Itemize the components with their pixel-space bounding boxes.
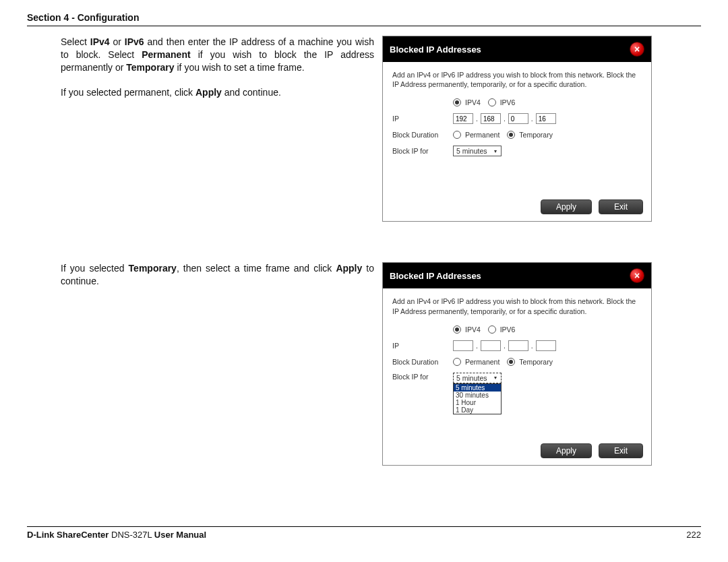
instruction-paragraph-3: If you selected Temporary, then select a… xyxy=(61,262,374,288)
ipv4-label: IPV4 xyxy=(465,98,481,106)
ip-octet-1[interactable] xyxy=(453,340,473,351)
panel-title: Blocked IP Addresses xyxy=(390,44,481,55)
blocked-ip-panel-1: Blocked IP Addresses × Add an IPv4 or IP… xyxy=(382,36,652,222)
duration-label: Block Duration xyxy=(392,358,453,366)
permanent-radio[interactable] xyxy=(453,358,461,366)
ip-label: IP xyxy=(392,115,453,123)
ip-octet-4[interactable] xyxy=(536,113,556,124)
duration-select-value: 5 minutes xyxy=(456,147,487,155)
ip-octet-2[interactable] xyxy=(481,113,501,124)
ip-octet-3[interactable] xyxy=(508,340,528,351)
duration-label: Block Duration xyxy=(392,131,453,139)
ipv4-radio[interactable] xyxy=(453,98,461,106)
close-icon[interactable]: × xyxy=(630,268,644,283)
ipv4-radio[interactable] xyxy=(453,325,461,334)
ipv6-radio[interactable] xyxy=(488,325,496,334)
temporary-label: Temporary xyxy=(519,358,553,366)
permanent-radio[interactable] xyxy=(453,131,461,139)
ip-octet-1[interactable] xyxy=(453,113,473,124)
ipv6-radio[interactable] xyxy=(488,98,496,106)
duration-select[interactable]: 5 minutes ▾ 5 minutes 30 minutes 1 Hour … xyxy=(453,373,502,383)
ipv4-label: IPV4 xyxy=(465,325,481,334)
ip-octet-2[interactable] xyxy=(481,340,501,351)
temporary-radio[interactable] xyxy=(507,131,515,139)
ipv6-label: IPV6 xyxy=(500,325,516,334)
ip-octet-3[interactable] xyxy=(508,113,528,124)
option-1day[interactable]: 1 Day xyxy=(454,406,501,414)
apply-button[interactable]: Apply xyxy=(541,443,592,458)
permanent-label: Permanent xyxy=(465,358,499,366)
close-icon[interactable]: × xyxy=(630,42,644,57)
header-rule xyxy=(27,26,701,26)
footer-product: DNS-327L xyxy=(109,530,154,540)
panel-description: Add an IPv4 or IPv6 IP address you wish … xyxy=(392,296,642,315)
instruction-block-1: Select IPv4 or IPv6 and then enter the I… xyxy=(27,36,374,222)
chevron-down-icon: ▾ xyxy=(494,375,497,381)
duration-select[interactable]: 5 minutes ▾ xyxy=(453,146,502,156)
doc-footer: D-Link ShareCenter DNS-327L User Manual … xyxy=(27,526,701,540)
ip-label: IP xyxy=(392,342,453,350)
permanent-label: Permanent xyxy=(465,131,499,139)
instruction-paragraph-1: Select IPv4 or IPv6 and then enter the I… xyxy=(61,36,374,74)
footer-brand: D-Link ShareCenter xyxy=(27,530,109,540)
ip-octet-4[interactable] xyxy=(536,340,556,351)
temporary-radio[interactable] xyxy=(507,358,515,366)
chevron-down-icon: ▾ xyxy=(494,148,497,154)
apply-button[interactable]: Apply xyxy=(541,199,592,214)
page-number: 222 xyxy=(686,530,701,540)
ipv6-label: IPV6 xyxy=(500,98,516,106)
blockfor-label: Block IP for xyxy=(392,373,453,381)
temporary-label: Temporary xyxy=(519,131,553,139)
panel-title: Blocked IP Addresses xyxy=(390,271,481,281)
panel-description: Add an IPv4 or IPv6 IP address you wish … xyxy=(392,70,642,89)
footer-tail: User Manual xyxy=(154,530,206,540)
blockfor-label: Block IP for xyxy=(392,147,453,155)
option-1hour[interactable]: 1 Hour xyxy=(454,399,501,406)
exit-button[interactable]: Exit xyxy=(599,199,643,214)
duration-select-value: 5 minutes xyxy=(456,374,487,382)
duration-dropdown[interactable]: 5 minutes 30 minutes 1 Hour 1 Day xyxy=(453,383,502,414)
blocked-ip-panel-2: Blocked IP Addresses × Add an IPv4 or IP… xyxy=(382,262,652,465)
option-30min[interactable]: 30 minutes xyxy=(454,392,501,399)
option-5min[interactable]: 5 minutes xyxy=(454,384,501,392)
exit-button[interactable]: Exit xyxy=(599,443,643,458)
instruction-block-2: If you selected Temporary, then select a… xyxy=(27,262,374,465)
instruction-paragraph-2: If you selected permanent, click Apply a… xyxy=(61,86,374,99)
section-header: Section 4 - Configuration xyxy=(27,12,701,23)
